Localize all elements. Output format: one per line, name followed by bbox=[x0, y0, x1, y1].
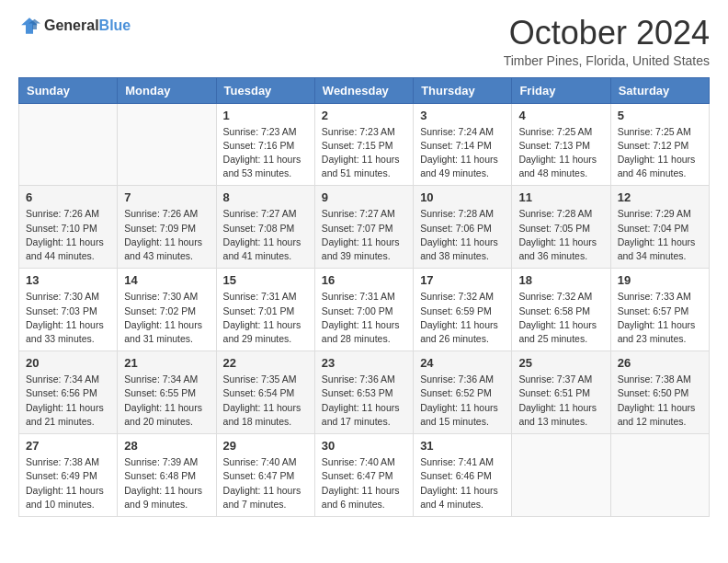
day-cell: 27Sunrise: 7:38 AMSunset: 6:49 PMDayligh… bbox=[19, 434, 118, 517]
day-detail: Sunrise: 7:25 AMSunset: 7:12 PMDaylight:… bbox=[618, 126, 696, 179]
day-cell: 17Sunrise: 7:32 AMSunset: 6:59 PMDayligh… bbox=[414, 269, 512, 351]
day-number: 10 bbox=[420, 190, 505, 204]
day-detail: Sunrise: 7:40 AMSunset: 6:47 PMDaylight:… bbox=[223, 456, 301, 510]
day-number: 14 bbox=[124, 273, 209, 287]
week-row-4: 20Sunrise: 7:34 AMSunset: 6:56 PMDayligh… bbox=[19, 351, 710, 434]
day-detail: Sunrise: 7:32 AMSunset: 6:59 PMDaylight:… bbox=[420, 291, 498, 344]
day-detail: Sunrise: 7:28 AMSunset: 7:06 PMDaylight:… bbox=[420, 208, 498, 261]
day-number: 18 bbox=[518, 273, 603, 287]
day-cell bbox=[118, 103, 216, 186]
day-cell: 5Sunrise: 7:25 AMSunset: 7:12 PMDaylight… bbox=[610, 103, 709, 186]
day-cell: 1Sunrise: 7:23 AMSunset: 7:16 PMDaylight… bbox=[216, 103, 314, 186]
day-detail: Sunrise: 7:30 AMSunset: 7:03 PMDaylight:… bbox=[26, 291, 104, 344]
day-cell: 25Sunrise: 7:37 AMSunset: 6:51 PMDayligh… bbox=[512, 351, 610, 434]
day-number: 4 bbox=[518, 109, 603, 122]
col-wednesday: Wednesday bbox=[314, 77, 413, 103]
day-detail: Sunrise: 7:27 AMSunset: 7:08 PMDaylight:… bbox=[223, 208, 301, 261]
day-cell: 16Sunrise: 7:31 AMSunset: 7:00 PMDayligh… bbox=[314, 269, 413, 351]
calendar-header: Sunday Monday Tuesday Wednesday Thursday… bbox=[19, 77, 710, 103]
logo-general: GeneralBlue bbox=[44, 17, 131, 34]
day-cell: 14Sunrise: 7:30 AMSunset: 7:02 PMDayligh… bbox=[118, 269, 216, 351]
col-tuesday: Tuesday bbox=[216, 77, 314, 103]
day-cell: 22Sunrise: 7:35 AMSunset: 6:54 PMDayligh… bbox=[216, 351, 314, 434]
calendar-body: 1Sunrise: 7:23 AMSunset: 7:16 PMDaylight… bbox=[19, 103, 710, 516]
logo-text-block: GeneralBlue bbox=[44, 17, 131, 34]
day-cell: 8Sunrise: 7:27 AMSunset: 7:08 PMDaylight… bbox=[216, 186, 314, 269]
day-number: 23 bbox=[322, 356, 406, 370]
day-number: 28 bbox=[124, 439, 209, 453]
day-cell: 29Sunrise: 7:40 AMSunset: 6:47 PMDayligh… bbox=[216, 434, 314, 517]
day-detail: Sunrise: 7:38 AMSunset: 6:49 PMDaylight:… bbox=[26, 456, 104, 510]
day-detail: Sunrise: 7:26 AMSunset: 7:09 PMDaylight:… bbox=[124, 208, 202, 261]
day-number: 11 bbox=[518, 190, 603, 204]
day-number: 7 bbox=[124, 190, 209, 204]
col-monday: Monday bbox=[118, 77, 216, 103]
col-thursday: Thursday bbox=[414, 77, 512, 103]
calendar-table: Sunday Monday Tuesday Wednesday Thursday… bbox=[18, 77, 710, 517]
subtitle: Timber Pines, Florida, United States bbox=[504, 53, 710, 68]
day-detail: Sunrise: 7:30 AMSunset: 7:02 PMDaylight:… bbox=[124, 291, 202, 344]
day-cell: 2Sunrise: 7:23 AMSunset: 7:15 PMDaylight… bbox=[314, 103, 413, 186]
day-cell: 11Sunrise: 7:28 AMSunset: 7:05 PMDayligh… bbox=[512, 186, 610, 269]
day-cell: 26Sunrise: 7:38 AMSunset: 6:50 PMDayligh… bbox=[610, 351, 709, 434]
day-number: 8 bbox=[223, 190, 308, 204]
day-cell: 12Sunrise: 7:29 AMSunset: 7:04 PMDayligh… bbox=[610, 186, 709, 269]
day-cell: 30Sunrise: 7:40 AMSunset: 6:47 PMDayligh… bbox=[314, 434, 413, 517]
day-cell: 15Sunrise: 7:31 AMSunset: 7:01 PMDayligh… bbox=[216, 269, 314, 351]
day-detail: Sunrise: 7:31 AMSunset: 7:00 PMDaylight:… bbox=[322, 291, 400, 344]
day-cell: 18Sunrise: 7:32 AMSunset: 6:58 PMDayligh… bbox=[512, 269, 610, 351]
day-number: 27 bbox=[26, 439, 110, 453]
day-number: 5 bbox=[618, 109, 702, 122]
day-number: 17 bbox=[420, 273, 505, 287]
day-cell: 9Sunrise: 7:27 AMSunset: 7:07 PMDaylight… bbox=[314, 186, 413, 269]
day-number: 6 bbox=[26, 190, 110, 204]
day-detail: Sunrise: 7:27 AMSunset: 7:07 PMDaylight:… bbox=[322, 208, 400, 261]
week-row-3: 13Sunrise: 7:30 AMSunset: 7:03 PMDayligh… bbox=[19, 269, 710, 351]
day-cell: 31Sunrise: 7:41 AMSunset: 6:46 PMDayligh… bbox=[414, 434, 512, 517]
day-number: 2 bbox=[322, 109, 406, 122]
day-number: 15 bbox=[223, 273, 308, 287]
day-detail: Sunrise: 7:33 AMSunset: 6:57 PMDaylight:… bbox=[618, 291, 696, 344]
day-number: 12 bbox=[618, 190, 702, 204]
day-number: 30 bbox=[322, 439, 406, 453]
day-detail: Sunrise: 7:28 AMSunset: 7:05 PMDaylight:… bbox=[518, 208, 597, 261]
col-friday: Friday bbox=[512, 77, 610, 103]
day-detail: Sunrise: 7:39 AMSunset: 6:48 PMDaylight:… bbox=[124, 456, 202, 510]
day-cell: 19Sunrise: 7:33 AMSunset: 6:57 PMDayligh… bbox=[610, 269, 709, 351]
day-number: 21 bbox=[124, 356, 209, 370]
header: GeneralBlue October 2024 Timber Pines, F… bbox=[18, 15, 710, 68]
day-detail: Sunrise: 7:24 AMSunset: 7:14 PMDaylight:… bbox=[420, 126, 498, 179]
header-row: Sunday Monday Tuesday Wednesday Thursday… bbox=[19, 77, 710, 103]
day-detail: Sunrise: 7:37 AMSunset: 6:51 PMDaylight:… bbox=[518, 373, 597, 427]
logo: GeneralBlue bbox=[18, 15, 131, 37]
day-cell bbox=[610, 434, 709, 517]
week-row-1: 1Sunrise: 7:23 AMSunset: 7:16 PMDaylight… bbox=[19, 103, 710, 186]
day-detail: Sunrise: 7:25 AMSunset: 7:13 PMDaylight:… bbox=[518, 126, 597, 179]
logo-icon bbox=[18, 15, 40, 37]
day-detail: Sunrise: 7:23 AMSunset: 7:15 PMDaylight:… bbox=[322, 126, 400, 179]
week-row-2: 6Sunrise: 7:26 AMSunset: 7:10 PMDaylight… bbox=[19, 186, 710, 269]
day-detail: Sunrise: 7:26 AMSunset: 7:10 PMDaylight:… bbox=[26, 208, 104, 261]
day-detail: Sunrise: 7:41 AMSunset: 6:46 PMDaylight:… bbox=[420, 456, 498, 510]
day-cell: 13Sunrise: 7:30 AMSunset: 7:03 PMDayligh… bbox=[19, 269, 118, 351]
title-block: October 2024 Timber Pines, Florida, Unit… bbox=[504, 15, 710, 68]
col-sunday: Sunday bbox=[19, 77, 118, 103]
day-cell: 4Sunrise: 7:25 AMSunset: 7:13 PMDaylight… bbox=[512, 103, 610, 186]
day-number: 19 bbox=[618, 273, 702, 287]
day-detail: Sunrise: 7:40 AMSunset: 6:47 PMDaylight:… bbox=[322, 456, 400, 510]
day-cell: 23Sunrise: 7:36 AMSunset: 6:53 PMDayligh… bbox=[314, 351, 413, 434]
day-detail: Sunrise: 7:34 AMSunset: 6:55 PMDaylight:… bbox=[124, 373, 202, 427]
day-number: 24 bbox=[420, 356, 505, 370]
day-detail: Sunrise: 7:36 AMSunset: 6:53 PMDaylight:… bbox=[322, 373, 400, 427]
day-cell: 6Sunrise: 7:26 AMSunset: 7:10 PMDaylight… bbox=[19, 186, 118, 269]
day-cell: 28Sunrise: 7:39 AMSunset: 6:48 PMDayligh… bbox=[118, 434, 216, 517]
day-cell bbox=[512, 434, 610, 517]
day-number: 1 bbox=[223, 109, 308, 122]
day-detail: Sunrise: 7:29 AMSunset: 7:04 PMDaylight:… bbox=[618, 208, 696, 261]
day-number: 13 bbox=[26, 273, 110, 287]
day-number: 29 bbox=[223, 439, 308, 453]
day-detail: Sunrise: 7:35 AMSunset: 6:54 PMDaylight:… bbox=[223, 373, 301, 427]
day-detail: Sunrise: 7:34 AMSunset: 6:56 PMDaylight:… bbox=[26, 373, 104, 427]
day-number: 31 bbox=[420, 439, 505, 453]
day-cell: 20Sunrise: 7:34 AMSunset: 6:56 PMDayligh… bbox=[19, 351, 118, 434]
